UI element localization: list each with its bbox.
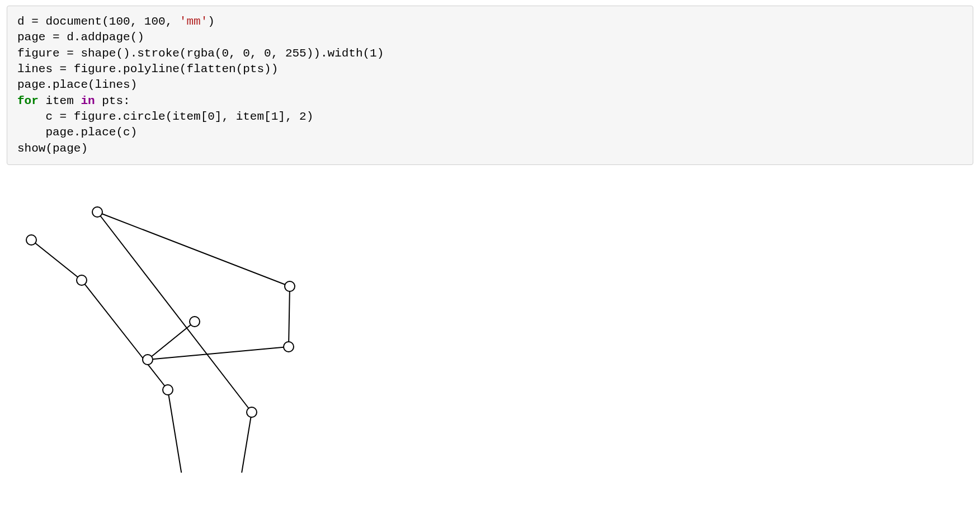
polyline-figure [11,204,324,473]
output-figure [11,204,973,473]
vertex-circle [143,355,153,365]
code-line-1: d = document(100, 100, 'mm') [17,15,215,28]
vertex-circle [285,281,295,291]
code-line-8: page.place(c) [17,126,137,139]
code-line-3: figure = shape().stroke(rgba(0, 0, 0, 25… [17,47,384,60]
vertex-circle [247,407,257,417]
vertex-circle [77,275,87,285]
vertex-circle [92,207,102,217]
notebook-page: d = document(100, 100, 'mm') page = d.ad… [0,0,980,495]
code-cell[interactable]: d = document(100, 100, 'mm') page = d.ad… [7,6,973,165]
vertex-circle [190,317,200,327]
code-line-9: show(page) [17,142,88,155]
code-line-2: page = d.addpage() [17,31,144,44]
code-line-6: for item in pts: [17,95,130,107]
vertex-circle [163,385,173,395]
vertex-circle [26,235,36,245]
code-line-5: page.place(lines) [17,78,137,91]
code-line-7: c = figure.circle(item[0], item[1], 2) [17,110,313,123]
code-line-4: lines = figure.polyline(flatten(pts)) [17,63,278,76]
vertex-circle [284,342,294,352]
polyline-path [31,212,290,473]
